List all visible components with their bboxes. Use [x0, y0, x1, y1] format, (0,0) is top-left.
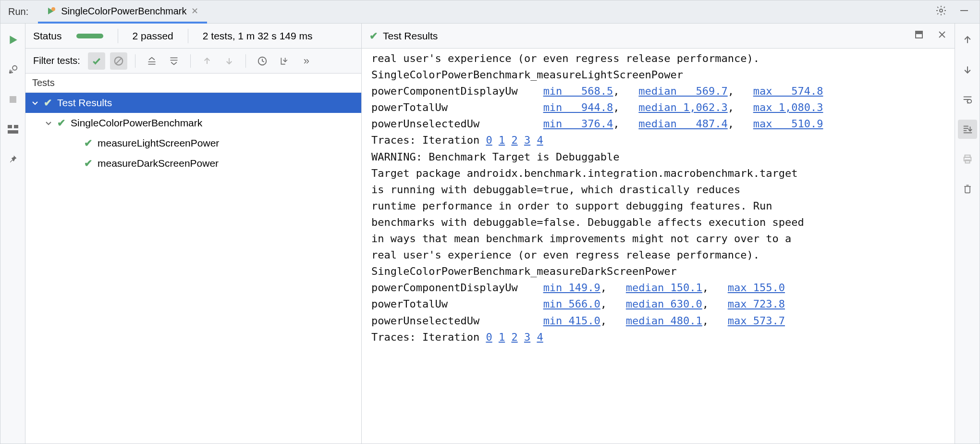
- maximize-icon[interactable]: [914, 30, 924, 42]
- metric-link[interactable]: max 510.9: [753, 118, 823, 130]
- svg-point-2: [940, 9, 943, 12]
- run-tabbar: Run: SingleColorPowerBenchmark ✕: [0, 0, 980, 24]
- run-tab-title: SingleColorPowerBenchmark: [61, 6, 186, 17]
- tree-suite[interactable]: ✔ SingleColorPowerBenchmark: [25, 113, 361, 133]
- svg-line-11: [116, 58, 121, 63]
- pass-icon: ✔: [369, 30, 378, 42]
- soft-wrap-button[interactable]: [958, 90, 977, 109]
- metric-link[interactable]: 0: [486, 134, 492, 146]
- metric-link[interactable]: 2: [511, 331, 517, 343]
- tests-pane: Status 2 passed 2 tests, 1 m 32 s 149 ms…: [25, 24, 362, 444]
- metric-link[interactable]: min 944.8: [543, 101, 613, 113]
- pass-icon: ✔: [44, 97, 52, 109]
- clear-all-button[interactable]: [958, 179, 977, 198]
- metric-link[interactable]: 3: [524, 331, 530, 343]
- prev-failed-button[interactable]: [198, 52, 216, 70]
- console-output[interactable]: real user's experience (or even regress …: [362, 49, 955, 444]
- metric-link[interactable]: min 376.4: [543, 118, 613, 130]
- show-ignored-button[interactable]: [110, 52, 127, 70]
- metric-link[interactable]: max 723.8: [728, 298, 785, 310]
- svg-rect-8: [14, 125, 18, 128]
- tree-test-2[interactable]: ✔ measureDarkScreenPower: [25, 153, 361, 173]
- stop-button[interactable]: [3, 90, 23, 109]
- tree-test-1[interactable]: ✔ measureLightScreenPower: [25, 133, 361, 153]
- show-passed-button[interactable]: [88, 52, 105, 70]
- expand-all-button[interactable]: [143, 52, 160, 70]
- metric-link[interactable]: max 573.7: [728, 315, 785, 327]
- metric-link[interactable]: median 150.1: [626, 282, 702, 294]
- metric-link[interactable]: median 480.1: [626, 315, 702, 327]
- svg-marker-4: [10, 36, 17, 44]
- scroll-down-button[interactable]: [958, 60, 977, 79]
- status-row: Status 2 passed 2 tests, 1 m 32 s 149 ms: [25, 24, 361, 49]
- metric-link[interactable]: min 415.0: [543, 315, 600, 327]
- run-label: Run:: [0, 0, 38, 23]
- tabbar-actions: [935, 0, 980, 23]
- metric-link[interactable]: median 487.4: [638, 118, 727, 130]
- metric-link[interactable]: median 630.0: [626, 298, 702, 310]
- status-progress-bar: [76, 34, 103, 38]
- metric-link[interactable]: 4: [537, 134, 543, 146]
- filter-label: Filter tests:: [33, 55, 80, 66]
- metric-link[interactable]: 1: [499, 331, 505, 343]
- svg-rect-18: [916, 31, 922, 34]
- metric-link[interactable]: median 569.7: [638, 85, 727, 97]
- status-passed: 2 passed: [133, 30, 173, 42]
- rerun-button[interactable]: [3, 30, 23, 49]
- results-pane: ✔ Test Results real user's experience (o…: [362, 24, 955, 444]
- import-tests-button[interactable]: [276, 52, 293, 70]
- metric-link[interactable]: min 149.9: [543, 282, 600, 294]
- svg-rect-6: [10, 96, 16, 103]
- svg-point-1: [51, 7, 55, 11]
- close-icon[interactable]: ✕: [191, 6, 198, 16]
- test-history-button[interactable]: [254, 52, 271, 70]
- tree-suite-label: SingleColorPowerBenchmark: [71, 117, 202, 129]
- scroll-up-button[interactable]: [958, 30, 977, 49]
- run-config-icon: [47, 6, 56, 16]
- more-button[interactable]: »: [298, 52, 315, 70]
- tree-test-1-label: measureLightScreenPower: [98, 137, 219, 149]
- pass-icon: ✔: [57, 117, 66, 129]
- layout-button[interactable]: [3, 120, 23, 139]
- pass-icon: ✔: [84, 137, 93, 149]
- metric-link[interactable]: min 566.0: [543, 298, 600, 310]
- run-gutter-left: [0, 24, 25, 444]
- svg-rect-9: [8, 130, 18, 134]
- collapse-all-button[interactable]: [165, 52, 183, 70]
- print-button[interactable]: [958, 149, 977, 169]
- metric-link[interactable]: 1: [499, 134, 505, 146]
- metric-link[interactable]: 0: [486, 331, 492, 343]
- results-title: Test Results: [383, 30, 438, 42]
- tests-tree[interactable]: ✔ Test Results ✔ SingleColorPowerBenchma…: [25, 93, 361, 444]
- status-summary: 2 tests, 1 m 32 s 149 ms: [203, 30, 313, 42]
- filter-row: Filter tests:: [25, 49, 361, 74]
- svg-point-5: [12, 66, 17, 70]
- run-tab[interactable]: SingleColorPowerBenchmark ✕: [38, 0, 207, 24]
- tree-root[interactable]: ✔ Test Results: [25, 93, 361, 113]
- results-header: ✔ Test Results: [362, 24, 955, 49]
- pin-button[interactable]: [3, 149, 23, 169]
- pass-icon: ✔: [84, 158, 93, 169]
- metric-link[interactable]: max 155.0: [728, 282, 785, 294]
- status-label: Status: [33, 30, 62, 42]
- scroll-to-end-button[interactable]: [958, 120, 977, 139]
- metric-link[interactable]: median 1,062.3: [638, 101, 727, 113]
- metric-link[interactable]: max 1,080.3: [753, 101, 823, 113]
- tree-root-label: Test Results: [57, 97, 112, 109]
- metric-link[interactable]: min 568.5: [543, 85, 613, 97]
- minimize-icon[interactable]: [958, 5, 970, 19]
- tree-test-2-label: measureDarkScreenPower: [98, 158, 219, 169]
- rerun-failed-button[interactable]: [3, 60, 23, 79]
- metric-link[interactable]: 2: [511, 134, 517, 146]
- svg-rect-7: [8, 125, 12, 128]
- run-gutter-right: [955, 24, 980, 444]
- close-results-icon[interactable]: [937, 30, 947, 42]
- metric-link[interactable]: max 574.8: [753, 85, 823, 97]
- tests-header: Tests: [25, 74, 361, 93]
- gear-icon[interactable]: [935, 5, 947, 19]
- metric-link[interactable]: 3: [524, 134, 530, 146]
- next-failed-button[interactable]: [220, 52, 238, 70]
- metric-link[interactable]: 4: [537, 331, 543, 343]
